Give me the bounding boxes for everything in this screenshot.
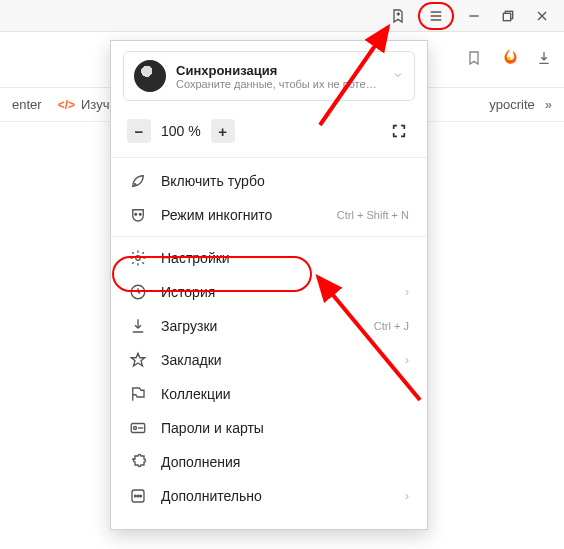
menu-item-downloads[interactable]: Загрузки Ctrl + J	[111, 309, 427, 343]
bookmark-item[interactable]: enter	[12, 97, 42, 112]
menu-label: История	[161, 284, 391, 300]
separator	[111, 236, 427, 237]
svg-point-12	[140, 495, 142, 497]
bookmark-icon[interactable]	[466, 50, 482, 70]
fullscreen-button[interactable]	[387, 119, 411, 143]
gear-icon	[129, 249, 147, 267]
menu-item-passwords[interactable]: Пароли и карты	[111, 411, 427, 445]
menu-list: Включить турбо Режим инкогнито Ctrl + Sh…	[111, 158, 427, 519]
window-title-bar	[0, 0, 564, 32]
puzzle-icon	[129, 453, 147, 471]
window-maximize-button[interactable]	[494, 4, 522, 28]
menu-label: Режим инкогнито	[161, 207, 323, 223]
avatar	[134, 60, 166, 92]
sync-title: Синхронизация	[176, 63, 382, 78]
svg-point-3	[135, 213, 137, 215]
svg-rect-1	[503, 13, 510, 20]
key-card-icon	[129, 419, 147, 437]
svg-point-4	[139, 213, 141, 215]
menu-item-turbo[interactable]: Включить турбо	[111, 164, 427, 198]
download-icon[interactable]	[536, 50, 552, 70]
mask-icon	[129, 206, 147, 224]
zoom-in-button[interactable]: +	[211, 119, 235, 143]
menu-label: Пароли и карты	[161, 420, 409, 436]
menu-item-history[interactable]: История ›	[111, 275, 427, 309]
window-minimize-button[interactable]	[460, 4, 488, 28]
svg-point-2	[507, 57, 510, 60]
chevron-right-icon: ›	[405, 489, 409, 503]
sync-texts: Синхронизация Сохраните данные, чтобы их…	[176, 63, 382, 90]
flag-icon	[129, 385, 147, 403]
chevron-right-icon: ›	[405, 285, 409, 299]
menu-label: Загрузки	[161, 318, 360, 334]
menu-item-more[interactable]: Дополнительно ›	[111, 479, 427, 513]
annotation-circle-menu	[418, 2, 454, 30]
menu-label: Настройки	[161, 250, 409, 266]
chevron-down-icon	[392, 67, 404, 85]
adblock-fire-icon[interactable]	[500, 48, 518, 71]
chevron-right-icon: ›	[405, 353, 409, 367]
star-icon	[129, 351, 147, 369]
window-close-button[interactable]	[528, 4, 556, 28]
zoom-row: − 100 % +	[111, 111, 427, 158]
zoom-value: 100 %	[161, 123, 201, 139]
main-menu-button[interactable]	[422, 4, 450, 28]
clock-icon	[129, 283, 147, 301]
bookmark-label: enter	[12, 97, 42, 112]
sync-subtitle: Сохраните данные, чтобы их не потерять	[176, 78, 382, 90]
menu-label: Дополнительно	[161, 488, 391, 504]
more-icon	[129, 487, 147, 505]
menu-label: Включить турбо	[161, 173, 409, 189]
svg-point-11	[137, 495, 139, 497]
menu-item-bookmarks[interactable]: Закладки ›	[111, 343, 427, 377]
zoom-out-button[interactable]: −	[127, 119, 151, 143]
svg-point-5	[136, 256, 141, 261]
menu-shortcut: Ctrl + Shift + N	[337, 209, 409, 221]
menu-item-collections[interactable]: Коллекции	[111, 377, 427, 411]
add-bookmark-tab-button[interactable]	[384, 4, 412, 28]
svg-point-10	[134, 495, 136, 497]
svg-point-8	[134, 427, 137, 430]
code-icon: </>	[58, 98, 75, 112]
download-icon	[129, 317, 147, 335]
menu-label: Закладки	[161, 352, 391, 368]
chevron-double-right-icon[interactable]: »	[545, 97, 552, 112]
menu-label: Дополнения	[161, 454, 409, 470]
menu-item-settings[interactable]: Настройки	[111, 241, 427, 275]
menu-item-addons[interactable]: Дополнения	[111, 445, 427, 479]
sync-promo-box[interactable]: Синхронизация Сохраните данные, чтобы их…	[123, 51, 415, 101]
menu-shortcut: Ctrl + J	[374, 320, 409, 332]
menu-item-incognito[interactable]: Режим инкогнито Ctrl + Shift + N	[111, 198, 427, 232]
bookmark-label: ypocrite	[489, 97, 535, 112]
menu-label: Коллекции	[161, 386, 409, 402]
rocket-icon	[129, 172, 147, 190]
main-menu-panel: Синхронизация Сохраните данные, чтобы их…	[110, 40, 428, 530]
